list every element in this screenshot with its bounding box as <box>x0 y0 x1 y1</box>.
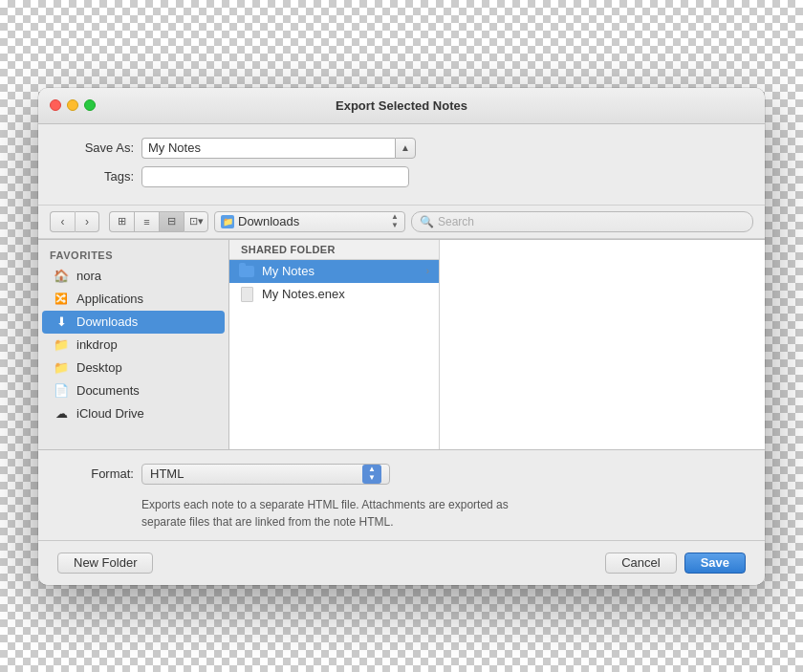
close-button[interactable] <box>50 99 61 111</box>
tags-label: Tags: <box>57 169 134 184</box>
file-detail-area <box>440 240 765 449</box>
sidebar: Favorites 🏠 nora 🔀 Applications ⬇ Downlo… <box>38 240 229 449</box>
file-item-my-notes-folder[interactable]: My Notes › <box>229 260 439 283</box>
file-item-name-my-notes: My Notes <box>262 264 315 278</box>
sidebar-item-label-documents: Documents <box>76 383 140 398</box>
file-item-name-enex: My Notes.enex <box>262 287 345 301</box>
view-icon-button[interactable]: ⊞ <box>109 211 134 232</box>
sidebar-item-label-inkdrop: inkdrop <box>76 337 118 352</box>
folder-icon <box>239 264 254 279</box>
sidebar-item-label-nora: nora <box>76 269 101 283</box>
documents-icon: 📄 <box>54 383 69 399</box>
cancel-button[interactable]: Cancel <box>605 553 676 574</box>
tags-row: Tags: <box>57 166 746 187</box>
format-description: Exports each note to a separate HTML fil… <box>57 496 554 531</box>
sidebar-item-label-downloads: Downloads <box>76 314 138 329</box>
applications-icon: 🔀 <box>54 292 69 307</box>
icloud-drive-icon: ☁ <box>54 406 69 422</box>
file-item-my-notes-enex[interactable]: My Notes.enex <box>229 283 439 306</box>
save-as-row: Save As: ▲ <box>57 138 746 159</box>
chevron-right-icon: › <box>426 266 429 276</box>
format-area: Format: HTML ▲ ▼ Exports each note to a … <box>38 449 765 540</box>
save-button[interactable]: Save <box>684 553 746 574</box>
save-as-label: Save As: <box>57 141 134 155</box>
export-dialog: Export Selected Notes Save As: ▲ Tags: ‹… <box>38 88 765 585</box>
file-column-header: Shared Folder <box>229 240 439 260</box>
view-list-button[interactable]: ≡ <box>134 211 159 232</box>
dialog-title: Export Selected Notes <box>336 98 467 113</box>
sidebar-item-downloads[interactable]: ⬇ Downloads <box>42 311 225 334</box>
tags-input[interactable] <box>141 166 409 187</box>
sidebar-item-applications[interactable]: 🔀 Applications <box>42 288 225 311</box>
format-stepper-up-icon: ▲ <box>368 466 376 473</box>
sidebar-item-icloud-drive[interactable]: ☁ iCloud Drive <box>42 402 225 425</box>
sidebar-item-label-applications: Applications <box>76 292 143 306</box>
sidebar-item-desktop[interactable]: 📁 Desktop <box>42 357 225 379</box>
bottom-buttons: New Folder Cancel Save <box>38 540 765 585</box>
sidebar-item-inkdrop[interactable]: 📁 inkdrop <box>42 334 225 357</box>
top-form: Save As: ▲ Tags: <box>38 124 765 205</box>
location-stepper[interactable]: ▲ ▼ <box>391 213 399 229</box>
nora-icon: 🏠 <box>54 269 69 284</box>
view-coverflow-button[interactable]: ⊡▾ <box>184 211 208 232</box>
main-content: Favorites 🏠 nora 🔀 Applications ⬇ Downlo… <box>38 239 765 449</box>
back-button[interactable]: ‹ <box>50 211 75 232</box>
downloads-icon: ⬇ <box>54 314 69 330</box>
format-stepper-down-icon: ▼ <box>368 474 376 482</box>
location-folder-icon: 📁 <box>221 215 234 228</box>
toolbar: ‹ › ⊞ ≡ ⊟ ⊡▾ 📁 Downloads ▲ ▼ 🔍 Search <box>38 205 765 239</box>
stepper-up-icon: ▲ <box>391 213 399 221</box>
search-icon: 🔍 <box>420 215 434 228</box>
view-column-button[interactable]: ⊟ <box>159 211 184 232</box>
sidebar-item-nora[interactable]: 🏠 nora <box>42 265 225 288</box>
sidebar-item-label-icloud-drive: iCloud Drive <box>76 406 144 421</box>
title-bar: Export Selected Notes <box>38 88 765 124</box>
action-buttons: Cancel Save <box>605 553 746 574</box>
format-stepper[interactable]: ▲ ▼ <box>362 465 381 484</box>
format-select[interactable]: HTML ▲ ▼ <box>141 464 390 485</box>
location-picker[interactable]: 📁 Downloads ▲ ▼ <box>214 211 405 232</box>
format-label: Format: <box>57 466 134 481</box>
sidebar-item-label-desktop: Desktop <box>76 360 122 375</box>
forward-button[interactable]: › <box>75 211 99 232</box>
format-row: Format: HTML ▲ ▼ <box>57 464 746 485</box>
minimize-button[interactable] <box>67 99 78 111</box>
expand-button[interactable]: ▲ <box>395 138 416 159</box>
search-placeholder: Search <box>438 215 474 228</box>
sidebar-section-label: Favorites <box>38 248 228 265</box>
save-as-input[interactable] <box>141 138 395 159</box>
document-icon <box>239 287 254 302</box>
new-folder-button[interactable]: New Folder <box>57 553 153 574</box>
traffic-lights <box>50 99 96 111</box>
file-area: Shared Folder My Notes › My Notes.enex <box>229 240 765 449</box>
desktop-icon: 📁 <box>54 360 69 376</box>
sidebar-item-documents[interactable]: 📄 Documents <box>42 379 225 402</box>
view-buttons: ⊞ ≡ ⊟ ⊡▾ <box>109 211 208 232</box>
maximize-button[interactable] <box>84 99 96 111</box>
inkdrop-icon: 📁 <box>54 337 69 353</box>
location-label: Downloads <box>238 214 299 228</box>
file-column: Shared Folder My Notes › My Notes.enex <box>229 240 440 449</box>
search-bar[interactable]: 🔍 Search <box>411 211 753 232</box>
stepper-down-icon: ▼ <box>391 222 399 229</box>
format-value: HTML <box>150 466 184 481</box>
